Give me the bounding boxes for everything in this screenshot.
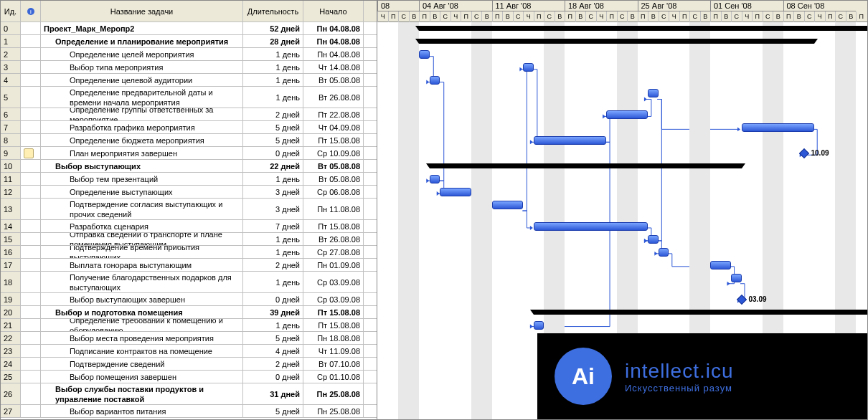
table-row[interactable]: 2Определение целей мероприятия1 деньПн 0…: [1, 48, 377, 61]
task-bar[interactable]: [731, 274, 742, 282]
timeline-day: С: [835, 11, 846, 22]
table-row[interactable]: 17Выплата гонорара выступающим2 днейПн 0…: [1, 259, 377, 272]
task-bar[interactable]: [534, 222, 648, 231]
milestone-marker[interactable]: [798, 148, 808, 158]
task-bar[interactable]: [534, 321, 544, 330]
milestone-label: 03.09: [749, 295, 767, 303]
summary-bar[interactable]: [430, 163, 742, 168]
task-bar[interactable]: [534, 136, 607, 145]
task-bar[interactable]: [648, 235, 659, 244]
row-id: 10: [1, 160, 21, 172]
row-indicator: [21, 61, 41, 73]
row-duration: 1 день: [243, 48, 303, 60]
task-bar[interactable]: [710, 261, 731, 269]
task-bar[interactable]: [430, 76, 440, 85]
row-duration: 1 день: [243, 87, 303, 108]
row-id: 25: [1, 371, 21, 383]
table-row[interactable]: 7Разработка графика мероприятия5 днейЧт …: [1, 121, 377, 134]
timeline-day: С: [617, 11, 628, 22]
task-bar[interactable]: [492, 201, 524, 209]
row-id: 18: [1, 272, 21, 292]
row-name: Определение целевой аудитории: [41, 74, 243, 86]
row-indicator: [21, 358, 41, 370]
task-bar[interactable]: [440, 188, 471, 196]
table-row[interactable]: 10Выбор выступающих22 днейВт 05.08.08: [1, 160, 377, 173]
row-id: 27: [1, 405, 21, 417]
task-bar[interactable]: [648, 89, 659, 97]
table-row[interactable]: 5Определение предварительной даты и врем…: [1, 87, 377, 108]
table-row[interactable]: 25Выбор помещения завершен0 днейСр 01.10…: [1, 371, 377, 383]
table-row[interactable]: 13Подтверждение согласия выступающих и п…: [1, 199, 377, 220]
row-start: Ср 03.09.08: [303, 293, 364, 305]
row-start: Пт 15.08.08: [303, 220, 364, 232]
row-start: Вт 05.08.08: [303, 173, 364, 185]
row-indicator: [21, 233, 41, 245]
row-id: 9: [1, 147, 21, 159]
row-id: 6: [1, 108, 21, 120]
table-row[interactable]: 22Выбор места проведения мероприятия5 дн…: [1, 332, 377, 345]
row-duration: 2 дней: [243, 358, 303, 370]
milestone-marker[interactable]: [736, 295, 746, 305]
task-bar[interactable]: [659, 248, 669, 257]
row-duration: 5 дней: [243, 121, 303, 133]
table-row[interactable]: 19Выбор выступающих завершен0 днейСр 03.…: [1, 293, 377, 306]
row-name: Определение выступающих: [41, 186, 243, 198]
task-bar[interactable]: [523, 63, 534, 72]
row-name: План мероприятия завершен: [41, 147, 243, 159]
task-bar[interactable]: [606, 110, 648, 119]
row-name: Выбор места проведения мероприятия: [41, 332, 243, 344]
row-indicator: [21, 108, 41, 120]
gantt-row: 10.09: [377, 147, 867, 160]
table-row[interactable]: 16Подтверждение времени прибытия выступа…: [1, 246, 377, 259]
table-row[interactable]: 20Выбор и подготовка помещения39 днейПт …: [1, 306, 377, 319]
table-row[interactable]: 12Определение выступающих3 днейСр 06.08.…: [1, 186, 377, 199]
row-id: 20: [1, 306, 21, 318]
timeline-day: П: [534, 11, 544, 22]
table-row[interactable]: 4Определение целевой аудитории1 деньВт 0…: [1, 74, 377, 87]
watermark-logo: Ai: [555, 348, 612, 405]
table-row[interactable]: 26Выбор службы поставки продуктов и упра…: [1, 383, 377, 405]
table-row[interactable]: 3Выбор типа мероприятия1 деньЧт 14.08.08: [1, 61, 377, 74]
table-row[interactable]: 8Определение бюджета мероприятия5 днейПт…: [1, 134, 377, 147]
table-row[interactable]: 24Подтверждение сведений2 днейВт 07.10.0…: [1, 358, 377, 371]
task-table[interactable]: Ид. i Название задачи Длительность Начал…: [1, 1, 377, 419]
table-row[interactable]: 18Получение благодарственных подарков дл…: [1, 272, 377, 293]
table-row[interactable]: 1Определение и планирование мероприятия2…: [1, 35, 377, 48]
summary-bar[interactable]: [534, 310, 868, 315]
row-name: Выбор типа мероприятия: [41, 61, 243, 73]
table-row[interactable]: 27Выбор вариантов питания5 днейПн 25.08.…: [1, 405, 377, 418]
row-id: 0: [1, 22, 21, 34]
timeline-day: С: [585, 11, 596, 22]
gantt-chart[interactable]: 0804 Авг '0811 Авг '0818 Авг '0825 Авг '…: [377, 1, 867, 419]
row-indicator: [21, 319, 41, 331]
milestone-label: 10.09: [811, 149, 829, 157]
table-row[interactable]: 11Выбор тем презентаций1 деньВт 05.08.08: [1, 173, 377, 186]
timeline-day: Ч: [669, 11, 679, 22]
table-header: Ид. i Название задачи Длительность Начал…: [1, 1, 377, 22]
table-row[interactable]: 6Определение группы ответственных за мер…: [1, 108, 377, 121]
row-name: Подтверждение времени прибытия выступающ…: [41, 246, 243, 258]
table-row[interactable]: 21Определение требований к помещению и о…: [1, 319, 377, 332]
summary-bar[interactable]: [419, 26, 867, 31]
row-duration: 5 дней: [243, 134, 303, 146]
task-bar[interactable]: [742, 123, 815, 132]
row-name: Выбор тем презентаций: [41, 173, 243, 185]
table-row[interactable]: 23Подписание контрактов на помещение4 дн…: [1, 345, 377, 358]
row-indicator: [21, 48, 41, 60]
row-indicator: [21, 186, 41, 198]
table-row[interactable]: 14Разработка сценария7 днейПт 15.08.08: [1, 220, 377, 233]
table-row[interactable]: 9План мероприятия завершен0 днейСр 10.09…: [1, 147, 377, 160]
table-row[interactable]: 0Проект_Марк_Меропр252 днейПн 04.08.08: [1, 22, 377, 35]
gantt-row: 03.09: [377, 293, 867, 306]
row-indicator: [21, 306, 41, 318]
task-bar[interactable]: [430, 175, 440, 183]
gantt-row: [377, 134, 867, 147]
row-name: Определение целей мероприятия: [41, 48, 243, 60]
task-bar[interactable]: [419, 50, 430, 59]
table-row[interactable]: 15Отправка сведений о транспорте и плане…: [1, 233, 377, 246]
row-start: Вт 07.10.08: [303, 358, 364, 370]
row-indicator: [21, 293, 41, 305]
summary-bar[interactable]: [419, 39, 814, 44]
row-name: Выплата гонорара выступающим: [41, 259, 243, 271]
row-start: Ср 06.08.08: [303, 186, 364, 198]
